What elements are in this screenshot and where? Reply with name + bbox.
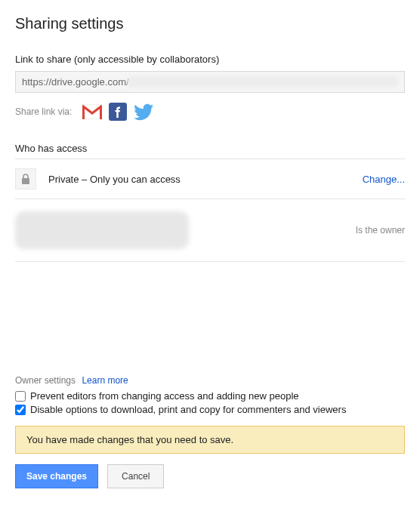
facebook-icon[interactable] bbox=[108, 102, 128, 122]
change-access-link[interactable]: Change... bbox=[363, 174, 405, 185]
disable-download-label: Disable options to download, print and c… bbox=[30, 404, 346, 415]
learn-more-link[interactable]: Learn more bbox=[82, 375, 128, 386]
share-via-label: Share link via: bbox=[15, 106, 72, 117]
disable-download-checkbox[interactable] bbox=[15, 405, 26, 415]
svg-rect-2 bbox=[22, 178, 29, 184]
prevent-editors-checkbox[interactable] bbox=[15, 391, 26, 402]
owner-status: Is the owner bbox=[356, 225, 405, 236]
access-private-text: Private – Only you can access bbox=[48, 174, 363, 185]
unsaved-changes-notice: You have made changes that you need to s… bbox=[15, 426, 405, 454]
disable-download-row[interactable]: Disable options to download, print and c… bbox=[15, 404, 405, 415]
lock-icon bbox=[15, 168, 36, 189]
page-title: Sharing settings bbox=[15, 15, 405, 32]
prevent-editors-row[interactable]: Prevent editors from changing access and… bbox=[15, 390, 405, 402]
access-private-row: Private – Only you can access Change... bbox=[15, 159, 405, 199]
owner-row: Is the owner bbox=[15, 199, 405, 262]
gmail-icon[interactable] bbox=[82, 102, 102, 122]
prevent-editors-label: Prevent editors from changing access and… bbox=[30, 390, 299, 402]
svg-rect-0 bbox=[82, 104, 102, 119]
owner-settings-label: Owner settings bbox=[15, 375, 76, 386]
twitter-icon[interactable] bbox=[134, 102, 153, 122]
link-share-label: Link to share (only accessible by collab… bbox=[15, 54, 405, 65]
cancel-button[interactable]: Cancel bbox=[107, 464, 164, 488]
who-has-access-label: Who has access bbox=[15, 143, 405, 154]
save-changes-button[interactable]: Save changes bbox=[15, 464, 98, 488]
redacted-owner bbox=[15, 211, 189, 249]
